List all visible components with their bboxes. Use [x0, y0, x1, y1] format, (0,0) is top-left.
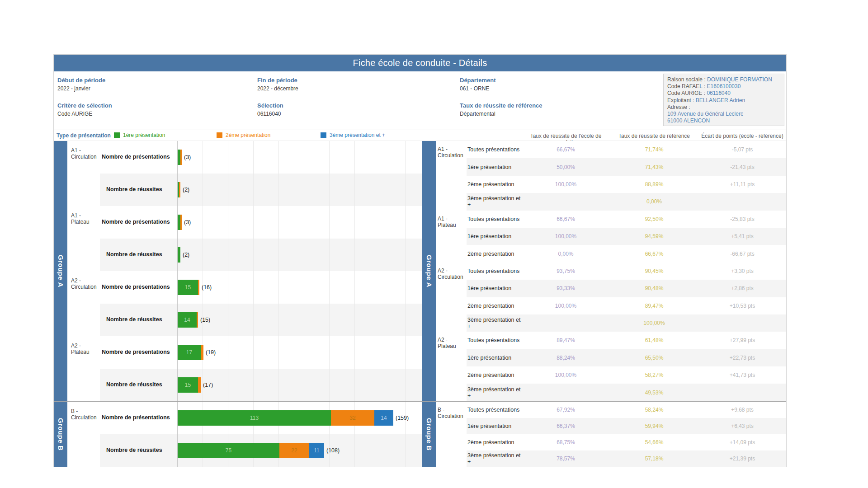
info-section: Début de période 2022 - janvier Fin de p…	[54, 71, 786, 130]
reference-rate-cell[interactable]: 90,45%	[610, 268, 698, 274]
bar-total-label: (3)	[184, 219, 191, 225]
legend-item-2eme[interactable]: 2ème présentation	[217, 132, 270, 138]
presentation-type-label: 2ème présentation	[467, 181, 522, 188]
school-rate-cell[interactable]: 66,67%	[522, 216, 610, 222]
reference-rate-cell[interactable]: 58,24%	[610, 407, 698, 413]
bar-segment-2eme-presentation[interactable]	[197, 312, 198, 328]
reference-rate-cell[interactable]: 59,94%	[610, 423, 698, 429]
reference-rate-cell[interactable]: 54,66%	[610, 439, 698, 446]
filter-label: Taux de réussite de référence	[460, 102, 542, 109]
reference-rate-cell[interactable]: 66,67%	[610, 251, 698, 257]
legend-item-3eme[interactable]: 3ème présentation et +	[321, 132, 385, 138]
gap-points-cell[interactable]: +6,43 pts	[698, 423, 786, 429]
school-rate-cell[interactable]: 93,75%	[522, 268, 610, 274]
bar-segment-1ere-presentation[interactable]: 17	[178, 345, 201, 360]
school-rate-cell[interactable]: 78,57%	[522, 455, 610, 462]
reference-rate-cell[interactable]: 90,48%	[610, 285, 698, 291]
bar-segment-1ere-presentation[interactable]: 14	[178, 312, 197, 328]
table-row: Toutes présentations93,75%90,45%+3,30 pt…	[467, 263, 786, 280]
gap-points-cell[interactable]: +21,39 pts	[698, 455, 786, 462]
chart-row: Nombre de présentations1133214(159)	[100, 402, 422, 434]
stacked-bar: 15(16)	[178, 280, 212, 295]
presentation-type-label: 3ème présentation et +	[467, 317, 522, 329]
gap-points-cell[interactable]: -5,07 pts	[698, 146, 786, 153]
table-row: 3ème présentation et +0,00%	[467, 193, 786, 210]
bar-segment-2eme-presentation[interactable]: 22	[279, 443, 309, 458]
school-rate-cell[interactable]: 66,37%	[522, 423, 610, 429]
reference-rate-cell[interactable]: 65,50%	[610, 355, 698, 361]
table-category-rows: Toutes présentations66,67%71,74%-5,07 pt…	[467, 141, 786, 211]
gap-points-cell[interactable]: -66,67 pts	[698, 251, 786, 257]
school-rate-cell[interactable]: 100,00%	[522, 233, 610, 239]
legend-label: 2ème présentation	[226, 132, 270, 138]
table-row: 2ème présentation100,00%89,47%+10,53 pts	[467, 297, 786, 314]
gap-points-cell[interactable]: +14,09 pts	[698, 439, 786, 446]
legend-swatch-orange	[217, 132, 222, 138]
gap-points-cell[interactable]: +9,68 pts	[698, 407, 786, 413]
reference-rate-cell[interactable]: 0,00%	[610, 198, 698, 205]
filter-selection: Sélection 06116040	[257, 102, 283, 117]
presentation-type-label: 3ème présentation et +	[467, 452, 522, 465]
gap-points-cell[interactable]: +5,41 pts	[698, 233, 786, 239]
bar-value: 17	[186, 349, 192, 356]
bar-segment-2eme-presentation[interactable]	[201, 345, 203, 360]
gap-points-cell[interactable]: +27,99 pts	[698, 337, 786, 343]
school-rate-cell[interactable]: 67,92%	[522, 407, 610, 413]
bar-segment-2eme-presentation[interactable]	[198, 280, 199, 295]
gap-points-cell[interactable]: +3,30 pts	[698, 268, 786, 274]
gap-points-cell[interactable]: -21,43 pts	[698, 164, 786, 170]
bar-segment-1ere-presentation[interactable]: 15	[178, 377, 198, 393]
school-rate-cell[interactable]: 50,00%	[522, 164, 610, 170]
school-rate-cell[interactable]: 89,47%	[522, 337, 610, 343]
bar-segment-1ere-presentation[interactable]	[178, 247, 180, 263]
legend-item-1ere[interactable]: 1ère présentation	[114, 132, 165, 138]
reference-rate-cell[interactable]: 92,50%	[610, 216, 698, 222]
bar-total-label: (17)	[203, 382, 213, 388]
bar-segment-2eme-presentation[interactable]	[179, 182, 180, 197]
presentation-type-label: Toutes présentations	[467, 337, 522, 343]
reference-rate-cell[interactable]: 61,48%	[610, 337, 698, 343]
reference-rate-cell[interactable]: 100,00%	[610, 320, 698, 326]
chart-panel-groupe-b: Groupe B B - CirculationNombre de présen…	[54, 402, 422, 467]
chart-category: B - CirculationNombre de présentations11…	[67, 402, 422, 467]
gap-points-cell[interactable]: +10,53 pts	[698, 303, 786, 309]
bar-segment-1ere-presentation[interactable]: 75	[178, 443, 279, 458]
reference-rate-cell[interactable]: 58,27%	[610, 372, 698, 378]
gap-points-cell[interactable]: +11,11 pts	[698, 181, 786, 188]
filter-value: 06116040	[257, 111, 283, 117]
school-rate-cell[interactable]: 93,33%	[522, 285, 610, 291]
bar-segment-2eme-presentation[interactable]: 32	[331, 410, 374, 426]
bar-segment-2eme-presentation[interactable]	[180, 215, 182, 230]
school-rate-cell[interactable]: 100,00%	[522, 181, 610, 188]
bar-segment-1ere-presentation[interactable]: 15	[178, 280, 198, 295]
bar-segment-3eme-presentation[interactable]: 14	[374, 410, 393, 426]
school-rate-cell[interactable]: 100,00%	[522, 372, 610, 378]
bar-total-label: (3)	[184, 154, 191, 160]
gap-points-cell[interactable]: +41,73 pts	[698, 372, 786, 378]
gap-points-cell[interactable]: +2,86 pts	[698, 285, 786, 291]
reference-rate-cell[interactable]: 71,43%	[610, 164, 698, 170]
reference-rate-cell[interactable]: 71,74%	[610, 146, 698, 153]
chart-row: Nombre de présentations(3)	[100, 141, 422, 174]
school-rate-cell[interactable]: 0,00%	[522, 251, 610, 257]
reference-rate-cell[interactable]: 89,47%	[610, 303, 698, 309]
reference-rate-cell[interactable]: 49,53%	[610, 389, 698, 396]
school-rate-cell[interactable]: 88,24%	[522, 355, 610, 361]
reference-rate-cell[interactable]: 57,18%	[610, 455, 698, 462]
reference-rate-cell[interactable]: 88,89%	[610, 181, 698, 188]
reference-rate-cell[interactable]: 94,59%	[610, 233, 698, 239]
chart-row: Nombre de réussites(2)	[100, 239, 422, 271]
bar-segment-1ere-presentation[interactable]: 113	[178, 410, 331, 426]
bar-segment-2eme-presentation[interactable]	[180, 150, 182, 165]
measure-label: Nombre de présentations	[100, 336, 177, 369]
adresse-line-1: 109 Avenue du Général Leclerc	[667, 111, 780, 117]
chart-panel-groupe-a: Groupe A A1 - CirculationNombre de prése…	[54, 141, 422, 401]
gap-points-cell[interactable]: -25,83 pts	[698, 216, 786, 222]
school-rate-cell[interactable]: 100,00%	[522, 303, 610, 309]
bar-segment-2eme-presentation[interactable]	[198, 377, 201, 393]
bar-segment-3eme-presentation[interactable]: 11	[309, 443, 324, 458]
school-rate-cell[interactable]: 66,67%	[522, 146, 610, 153]
chart-category-label: A2 - Circulation	[67, 271, 100, 336]
gap-points-cell[interactable]: +22,73 pts	[698, 355, 786, 361]
school-rate-cell[interactable]: 68,75%	[522, 439, 610, 446]
